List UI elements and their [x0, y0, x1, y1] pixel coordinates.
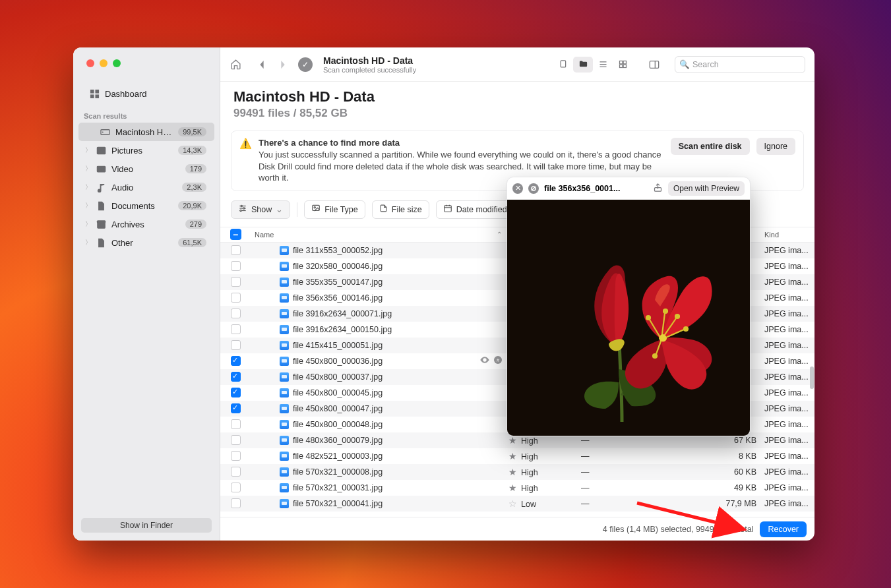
table-row[interactable]: file 570x321_000031.jpg#★High—49 KBJPEG … [220, 480, 814, 496]
file-name: file 450x800_000045.jpg [293, 388, 383, 397]
date-value: — [581, 436, 706, 445]
file-name: file 356x356_000146.jpg [293, 293, 383, 303]
row-checkbox[interactable] [231, 419, 241, 429]
sidebar-item-other[interactable]: 〉Other61,5K [78, 233, 214, 252]
sidebar-item-pictures[interactable]: 〉Pictures14,3K [78, 141, 214, 160]
sidebar-item-label: Macintosh HD -... [115, 127, 173, 137]
file-icon [280, 246, 289, 255]
show-in-finder-button[interactable]: Show in Finder [81, 518, 212, 533]
column-name[interactable]: Name⌃ [251, 231, 508, 239]
kind-value: JPEG ima... [760, 341, 814, 350]
kind-value: JPEG ima... [760, 246, 814, 255]
close-window-button[interactable] [86, 59, 94, 67]
view-grid-button[interactable] [613, 57, 632, 73]
row-checkbox[interactable] [231, 403, 241, 413]
search-placeholder: Search [692, 60, 719, 69]
row-checkbox[interactable] [231, 261, 241, 271]
sidebar-item-archives[interactable]: 〉Archives279 [78, 215, 214, 233]
recovery-value: High [521, 468, 538, 477]
search-field[interactable]: 🔍 Search [675, 56, 805, 73]
calendar-icon [443, 204, 452, 215]
preview-popover: ✕ file 356x356_0001... Open with Preview [507, 177, 751, 436]
home-button[interactable] [227, 56, 244, 73]
view-tree-button[interactable] [553, 57, 573, 73]
sidebar-item-audio[interactable]: 〉Audio2,3K [78, 178, 214, 196]
svg-point-29 [314, 207, 315, 208]
svg-point-77 [663, 309, 667, 313]
row-checkbox[interactable] [231, 340, 241, 350]
size-value: 67 KB [706, 436, 760, 445]
size-value: 60 KB [706, 467, 760, 477]
row-checkbox[interactable] [231, 467, 241, 477]
ignore-button[interactable]: Ignore [756, 138, 795, 155]
toggle-preview-button[interactable] [644, 57, 664, 73]
sidebar-item-disk[interactable]: Macintosh HD -...99,5K [78, 123, 214, 141]
svg-rect-0 [90, 89, 94, 93]
file-name: file 320x580_000046.jpg [293, 262, 383, 271]
file-name: file 480x360_000079.jpg [293, 436, 383, 445]
svg-point-26 [243, 208, 245, 209]
table-row[interactable]: file 570x321_000008.jpg#★High—60 KBJPEG … [220, 464, 814, 480]
row-checkbox[interactable] [231, 451, 241, 461]
sidebar-item-badge: 279 [185, 220, 206, 229]
sidebar-item-label: Pictures [111, 146, 173, 156]
table-row[interactable]: file 570x321_000041.jpg#☆Low—77,9 MBJPEG… [220, 496, 814, 512]
row-checkbox[interactable] [231, 356, 241, 366]
table-row[interactable]: file 482x521_000003.jpg#★High—8 KBJPEG i… [220, 448, 814, 464]
zoom-window-button[interactable] [113, 59, 121, 67]
fullscreen-preview-button[interactable] [528, 183, 539, 194]
show-filter-button[interactable]: Show ⌄ [231, 200, 290, 219]
row-checkbox[interactable] [231, 483, 241, 492]
forward-button[interactable] [274, 56, 292, 73]
header-checkbox[interactable]: − [230, 229, 241, 240]
file-icon [280, 325, 289, 334]
file-icon [280, 499, 289, 508]
star-icon: ★ [508, 483, 517, 493]
svg-rect-10 [97, 220, 105, 222]
kind-value: JPEG ima... [760, 420, 814, 429]
file-icon [280, 467, 289, 477]
row-checkbox[interactable] [231, 245, 241, 255]
archives-icon [96, 219, 106, 229]
sidebar-item-video[interactable]: 〉Video179 [78, 160, 214, 178]
share-icon[interactable] [653, 183, 663, 194]
sidebar-dashboard[interactable]: Dashboard [78, 84, 214, 103]
recover-button[interactable]: Recover [760, 521, 807, 537]
row-checkbox[interactable] [231, 277, 241, 287]
sidebar: Dashboard Scan results Macintosh HD -...… [73, 47, 220, 541]
row-checkbox[interactable] [231, 372, 241, 382]
date-modified-filter-button[interactable]: Date modified [436, 200, 514, 219]
date-value: — [581, 499, 706, 508]
chevron-right-icon: 〉 [85, 220, 90, 229]
minimize-window-button[interactable] [100, 59, 108, 67]
sidebar-item-label: Archives [111, 220, 180, 229]
file-name: file 570x321_000041.jpg [293, 499, 383, 508]
scan-entire-disk-button[interactable]: Scan entire disk [671, 138, 750, 155]
column-kind[interactable]: Kind [760, 231, 814, 239]
warning-icon: ⚠️ [239, 138, 252, 150]
hex-icon[interactable]: # [493, 355, 503, 367]
row-checkbox[interactable] [231, 388, 241, 397]
show-filter-label: Show [251, 205, 272, 214]
row-checkbox[interactable] [231, 498, 241, 508]
kind-value: JPEG ima... [760, 452, 814, 461]
sidebar-item-badge: 99,5K [178, 127, 206, 136]
window-controls [73, 47, 220, 78]
scrollbar[interactable] [810, 243, 814, 407]
row-checkbox[interactable] [231, 309, 241, 318]
file-size-filter-button[interactable]: File size [372, 200, 429, 219]
view-folder-button[interactable] [573, 57, 593, 73]
pictures-icon [96, 145, 106, 156]
svg-rect-2 [90, 94, 94, 98]
eye-icon[interactable] [479, 355, 490, 367]
back-button[interactable] [253, 56, 270, 73]
close-preview-button[interactable]: ✕ [512, 183, 523, 194]
file-type-filter-button[interactable]: File Type [304, 200, 365, 219]
view-list-button[interactable] [593, 57, 613, 73]
row-checkbox[interactable] [231, 435, 241, 445]
open-with-preview-button[interactable]: Open with Preview [668, 181, 745, 196]
row-checkbox[interactable] [231, 324, 241, 334]
row-checkbox[interactable] [231, 293, 241, 303]
svg-point-79 [684, 327, 688, 331]
sidebar-item-documents[interactable]: 〉Documents20,9K [78, 196, 214, 215]
